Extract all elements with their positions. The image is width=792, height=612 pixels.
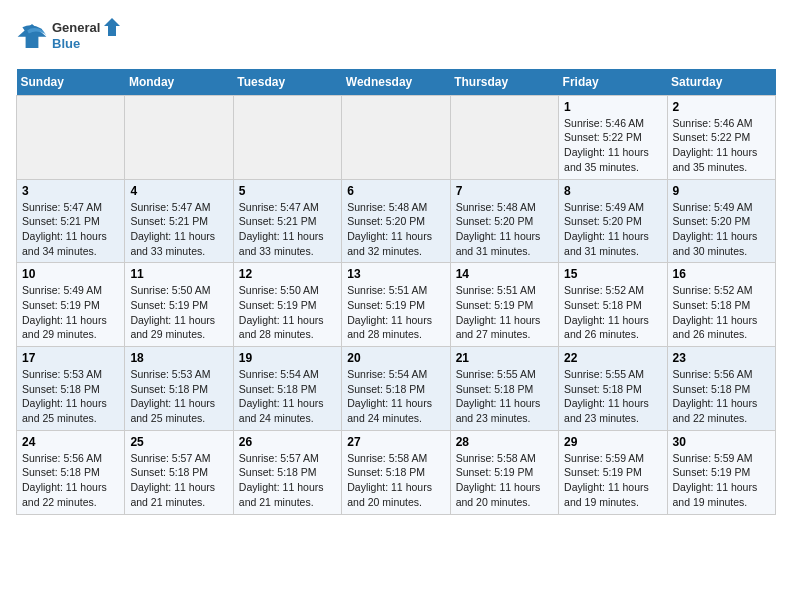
calendar-cell: 25Sunrise: 5:57 AM Sunset: 5:18 PM Dayli… [125,430,233,514]
calendar-cell: 6Sunrise: 5:48 AM Sunset: 5:20 PM Daylig… [342,179,450,263]
calendar-cell [233,95,341,179]
day-info: Sunrise: 5:48 AM Sunset: 5:20 PM Dayligh… [347,200,444,259]
logo-icon [16,22,48,50]
calendar-header-saturday: Saturday [667,69,775,96]
day-info: Sunrise: 5:49 AM Sunset: 5:19 PM Dayligh… [22,283,119,342]
day-number: 15 [564,267,661,281]
calendar-header-friday: Friday [559,69,667,96]
calendar-cell: 23Sunrise: 5:56 AM Sunset: 5:18 PM Dayli… [667,347,775,431]
day-number: 23 [673,351,770,365]
day-info: Sunrise: 5:57 AM Sunset: 5:18 PM Dayligh… [130,451,227,510]
calendar-cell [342,95,450,179]
calendar-header-sunday: Sunday [17,69,125,96]
day-info: Sunrise: 5:47 AM Sunset: 5:21 PM Dayligh… [22,200,119,259]
calendar-cell: 14Sunrise: 5:51 AM Sunset: 5:19 PM Dayli… [450,263,558,347]
day-info: Sunrise: 5:52 AM Sunset: 5:18 PM Dayligh… [673,283,770,342]
day-info: Sunrise: 5:47 AM Sunset: 5:21 PM Dayligh… [239,200,336,259]
calendar-cell: 5Sunrise: 5:47 AM Sunset: 5:21 PM Daylig… [233,179,341,263]
calendar-cell: 8Sunrise: 5:49 AM Sunset: 5:20 PM Daylig… [559,179,667,263]
day-number: 8 [564,184,661,198]
day-number: 27 [347,435,444,449]
day-info: Sunrise: 5:54 AM Sunset: 5:18 PM Dayligh… [347,367,444,426]
day-info: Sunrise: 5:58 AM Sunset: 5:18 PM Dayligh… [347,451,444,510]
calendar-week-4: 17Sunrise: 5:53 AM Sunset: 5:18 PM Dayli… [17,347,776,431]
day-number: 14 [456,267,553,281]
calendar-cell: 7Sunrise: 5:48 AM Sunset: 5:20 PM Daylig… [450,179,558,263]
day-number: 17 [22,351,119,365]
day-info: Sunrise: 5:49 AM Sunset: 5:20 PM Dayligh… [564,200,661,259]
day-info: Sunrise: 5:50 AM Sunset: 5:19 PM Dayligh… [239,283,336,342]
logo: General Blue [16,16,122,57]
day-number: 30 [673,435,770,449]
calendar-cell: 18Sunrise: 5:53 AM Sunset: 5:18 PM Dayli… [125,347,233,431]
day-number: 25 [130,435,227,449]
day-number: 3 [22,184,119,198]
day-info: Sunrise: 5:59 AM Sunset: 5:19 PM Dayligh… [564,451,661,510]
day-info: Sunrise: 5:51 AM Sunset: 5:19 PM Dayligh… [347,283,444,342]
day-info: Sunrise: 5:46 AM Sunset: 5:22 PM Dayligh… [564,116,661,175]
day-number: 24 [22,435,119,449]
day-number: 6 [347,184,444,198]
calendar-cell: 10Sunrise: 5:49 AM Sunset: 5:19 PM Dayli… [17,263,125,347]
calendar-cell: 24Sunrise: 5:56 AM Sunset: 5:18 PM Dayli… [17,430,125,514]
calendar-cell: 11Sunrise: 5:50 AM Sunset: 5:19 PM Dayli… [125,263,233,347]
calendar-week-2: 3Sunrise: 5:47 AM Sunset: 5:21 PM Daylig… [17,179,776,263]
day-number: 13 [347,267,444,281]
calendar-cell: 3Sunrise: 5:47 AM Sunset: 5:21 PM Daylig… [17,179,125,263]
calendar-cell: 20Sunrise: 5:54 AM Sunset: 5:18 PM Dayli… [342,347,450,431]
day-info: Sunrise: 5:50 AM Sunset: 5:19 PM Dayligh… [130,283,227,342]
calendar-cell: 13Sunrise: 5:51 AM Sunset: 5:19 PM Dayli… [342,263,450,347]
calendar-cell: 2Sunrise: 5:46 AM Sunset: 5:22 PM Daylig… [667,95,775,179]
day-number: 7 [456,184,553,198]
day-number: 21 [456,351,553,365]
svg-marker-3 [104,18,120,36]
day-info: Sunrise: 5:57 AM Sunset: 5:18 PM Dayligh… [239,451,336,510]
day-number: 2 [673,100,770,114]
svg-text:General: General [52,20,100,35]
day-info: Sunrise: 5:53 AM Sunset: 5:18 PM Dayligh… [22,367,119,426]
day-number: 29 [564,435,661,449]
calendar-cell: 12Sunrise: 5:50 AM Sunset: 5:19 PM Dayli… [233,263,341,347]
day-number: 9 [673,184,770,198]
calendar-cell: 29Sunrise: 5:59 AM Sunset: 5:19 PM Dayli… [559,430,667,514]
day-number: 4 [130,184,227,198]
day-number: 28 [456,435,553,449]
calendar-cell: 17Sunrise: 5:53 AM Sunset: 5:18 PM Dayli… [17,347,125,431]
calendar-table: SundayMondayTuesdayWednesdayThursdayFrid… [16,69,776,515]
calendar-cell: 9Sunrise: 5:49 AM Sunset: 5:20 PM Daylig… [667,179,775,263]
calendar-cell: 22Sunrise: 5:55 AM Sunset: 5:18 PM Dayli… [559,347,667,431]
svg-text:Blue: Blue [52,36,80,51]
calendar-cell: 28Sunrise: 5:58 AM Sunset: 5:19 PM Dayli… [450,430,558,514]
day-info: Sunrise: 5:55 AM Sunset: 5:18 PM Dayligh… [456,367,553,426]
calendar-cell: 16Sunrise: 5:52 AM Sunset: 5:18 PM Dayli… [667,263,775,347]
calendar-week-3: 10Sunrise: 5:49 AM Sunset: 5:19 PM Dayli… [17,263,776,347]
day-info: Sunrise: 5:48 AM Sunset: 5:20 PM Dayligh… [456,200,553,259]
day-number: 1 [564,100,661,114]
day-info: Sunrise: 5:55 AM Sunset: 5:18 PM Dayligh… [564,367,661,426]
calendar-header-monday: Monday [125,69,233,96]
day-number: 12 [239,267,336,281]
calendar-cell: 30Sunrise: 5:59 AM Sunset: 5:19 PM Dayli… [667,430,775,514]
day-info: Sunrise: 5:53 AM Sunset: 5:18 PM Dayligh… [130,367,227,426]
page-header: General Blue [16,16,776,57]
day-info: Sunrise: 5:46 AM Sunset: 5:22 PM Dayligh… [673,116,770,175]
day-info: Sunrise: 5:47 AM Sunset: 5:21 PM Dayligh… [130,200,227,259]
calendar-cell: 21Sunrise: 5:55 AM Sunset: 5:18 PM Dayli… [450,347,558,431]
calendar-cell: 27Sunrise: 5:58 AM Sunset: 5:18 PM Dayli… [342,430,450,514]
day-number: 16 [673,267,770,281]
calendar-cell: 15Sunrise: 5:52 AM Sunset: 5:18 PM Dayli… [559,263,667,347]
calendar-cell [125,95,233,179]
calendar-header-tuesday: Tuesday [233,69,341,96]
day-info: Sunrise: 5:56 AM Sunset: 5:18 PM Dayligh… [673,367,770,426]
calendar-header-wednesday: Wednesday [342,69,450,96]
day-number: 11 [130,267,227,281]
calendar-cell [450,95,558,179]
day-number: 18 [130,351,227,365]
day-number: 26 [239,435,336,449]
calendar-week-1: 1Sunrise: 5:46 AM Sunset: 5:22 PM Daylig… [17,95,776,179]
day-info: Sunrise: 5:51 AM Sunset: 5:19 PM Dayligh… [456,283,553,342]
calendar-cell [17,95,125,179]
day-info: Sunrise: 5:54 AM Sunset: 5:18 PM Dayligh… [239,367,336,426]
day-info: Sunrise: 5:59 AM Sunset: 5:19 PM Dayligh… [673,451,770,510]
day-number: 19 [239,351,336,365]
